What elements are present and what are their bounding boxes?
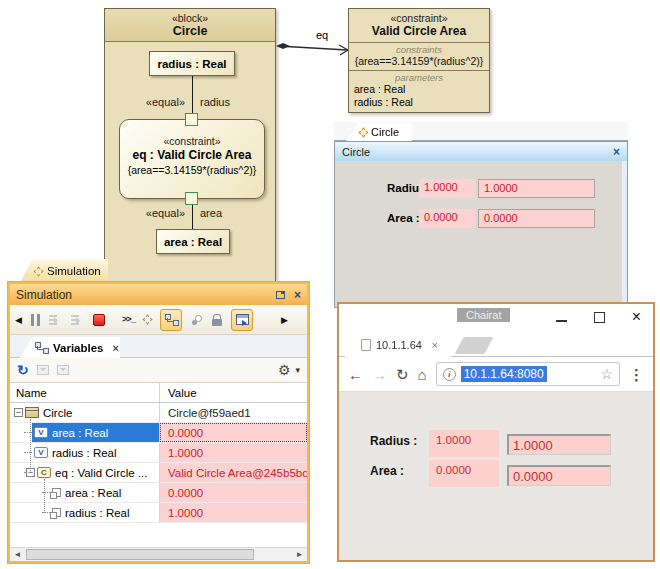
block-icon [25,407,39,418]
open-ui-button[interactable] [231,309,253,331]
constraints-compartment: constraints {area==3.14159*(radius^2)} [349,43,489,71]
constraint-property-icon: C [37,467,51,478]
circle-block-shape[interactable]: «block» Circle radius : Real «equal» rad… [104,8,276,285]
minimize-icon[interactable] [556,313,567,322]
scroll-left-icon[interactable]: ◄ [10,548,25,561]
animate-icon[interactable] [143,315,153,325]
inner-constraint-name: eq : Valid Circle Area [120,148,264,162]
expand-right-icon[interactable]: ▶ [281,315,288,325]
gear-dropdown-icon[interactable]: ▾ [295,365,300,375]
area-label: Area : [370,464,404,478]
breakpoints-icon[interactable] [191,314,203,326]
simulation-panel-title: Simulation [16,288,72,302]
gear-icon[interactable]: ⚙ [278,363,291,377]
back-icon[interactable]: ← [348,367,363,382]
table-row-circle[interactable]: −Circle Circle@f59aed1 [10,403,307,423]
row-value[interactable]: Valid Circle Area@245b5bc [160,463,307,482]
close-icon[interactable]: × [632,311,641,323]
lock-icon[interactable] [212,319,222,326]
close-icon[interactable]: × [613,147,620,157]
row-value[interactable]: 0.0000 [160,483,307,502]
maximize-icon[interactable] [594,312,605,323]
column-header-name[interactable]: Name [10,383,160,402]
radius-value-field[interactable]: 1.0000 [419,179,475,198]
new-tab-button[interactable] [454,337,493,354]
table-row-radius[interactable]: Vradius : Real 1.0000 [10,443,307,463]
tab-close-icon[interactable]: × [113,342,119,354]
area-pin-label: area [200,207,222,219]
table-row-eq[interactable]: −Ceq : Valid Circle ... Valid Circle Are… [10,463,307,483]
console-icon[interactable]: >>_ [122,315,135,325]
step-into-button[interactable] [49,314,62,326]
circle-block-name: Circle [105,24,275,38]
row-name: radius : Real [52,447,117,459]
constraint-parameter-port-bottom[interactable] [185,192,198,205]
home-icon[interactable]: ⌂ [418,367,427,382]
import-icon[interactable] [57,365,69,375]
constraint-block-name: Valid Circle Area [349,24,489,38]
expander-icon[interactable]: − [14,408,23,417]
refresh-icon[interactable]: ↻ [17,364,29,376]
collapse-left-icon[interactable]: ◀ [15,315,22,325]
horizontal-scrollbar[interactable]: ◄ ► [10,547,307,561]
tree-connector-line [30,419,31,473]
browser-window: Chairat × 10.1.1.64 × ← → ↻ ⌂ i 10.1.1.6… [337,302,655,562]
step-over-button[interactable] [71,314,84,326]
scroll-right-icon[interactable]: ► [292,548,307,561]
table-row-eq-radius[interactable]: radius : Real 1.0000 [10,503,307,523]
radius-input[interactable] [507,434,611,455]
tab-simulation[interactable]: Simulation [20,259,108,283]
tab-variables[interactable]: Variables × [20,337,120,358]
address-bar[interactable]: i 10.1.1.64:8080 ☆ [436,362,620,386]
table-row-eq-area[interactable]: area : Real 0.0000 [10,483,307,503]
inner-constraint-shape[interactable]: «constraint» eq : Valid Circle Area {are… [119,119,265,199]
table-row-area[interactable]: Varea : Real 0.0000 [10,423,307,443]
tab-close-icon[interactable]: × [432,339,438,351]
row-value[interactable]: Circle@f59aed1 [160,403,307,422]
reload-icon[interactable]: ↻ [396,367,409,382]
url-text[interactable]: 10.1.1.64:8080 [461,366,547,382]
row-value[interactable]: 1.0000 [160,503,307,522]
area-part-shape[interactable]: area : Real [156,229,230,254]
radius-part-shape[interactable]: radius : Real [149,51,235,76]
parameter-icon [52,488,61,497]
valid-circle-area-block-shape[interactable]: «constraint» Valid Circle Area constrain… [348,8,490,113]
radius-value-field: 1.0000 [429,430,499,457]
restore-icon[interactable] [276,291,285,299]
close-icon[interactable]: × [294,290,301,300]
browser-tab[interactable]: 10.1.1.64 × [345,332,451,357]
row-value[interactable]: 1.0000 [160,443,307,462]
circle-window-tabstrip: Circle [334,122,628,141]
screenshot-root: «block» Circle radius : Real «equal» rad… [0,0,660,569]
tree-view-button[interactable] [160,309,182,331]
forward-icon[interactable]: → [372,367,387,382]
area-value-field[interactable]: 0.0000 [419,209,475,228]
pause-button[interactable] [31,314,40,326]
info-icon[interactable]: i [443,368,456,381]
browser-titlebar[interactable]: Chairat × [339,304,653,332]
page-icon [361,339,371,351]
eq-dependency-arrow [274,34,352,58]
stop-button[interactable] [93,314,105,326]
radius-input-field[interactable]: 1.0000 [478,179,595,198]
eq-dependency-label: eq [316,29,328,41]
star-icon[interactable]: ☆ [600,367,613,381]
area-input-field[interactable]: 0.0000 [478,209,595,228]
simulation-panel-titlebar[interactable]: Simulation × [10,284,307,305]
constraint-parameter-port-top[interactable] [185,113,198,126]
scrollbar-thumb[interactable] [26,549,254,560]
constraint-block-header: «constraint» Valid Circle Area [349,9,489,43]
parameters-compartment: parameters area : Real radius : Real [349,71,489,112]
menu-icon[interactable]: ⋮ [629,367,644,382]
constraints-compartment-label: constraints [351,44,487,55]
row-name: area : Real [52,427,108,439]
circle-tab-label: Circle [371,126,399,138]
row-value[interactable]: 0.0000 [160,423,307,442]
area-input[interactable] [507,465,611,486]
value-property-icon: V [34,427,48,438]
export-icon[interactable] [37,365,49,375]
column-header-value[interactable]: Value [160,387,307,399]
circle-window-titlebar[interactable]: Circle × [335,142,627,161]
browser-page-content: Radius : 1.0000 Area : 0.0000 [339,392,653,560]
tab-circle[interactable]: Circle [346,123,412,141]
